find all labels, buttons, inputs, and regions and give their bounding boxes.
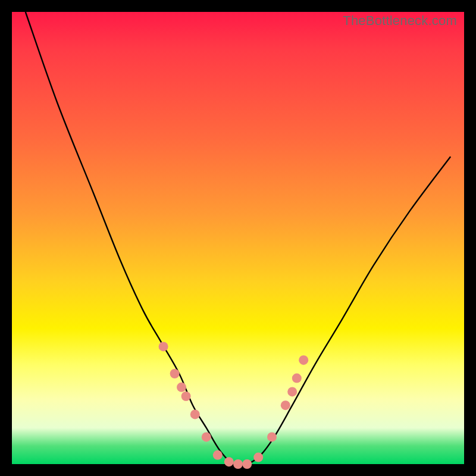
highlight-dot [202,432,211,441]
highlight-dot [292,374,302,383]
highlight-dot [224,457,234,466]
highlight-dot [299,355,308,365]
chart-frame: TheBottleneck.com [0,0,476,476]
highlight-dot [267,432,277,441]
highlight-dot [287,387,297,396]
highlight-dot [159,342,168,351]
highlight-dot [177,383,186,392]
plot-area: TheBottleneck.com [12,12,464,464]
highlight-dot [213,450,223,460]
highlight-dot [253,453,263,462]
highlight-dot [190,409,200,419]
highlight-dot [170,369,180,378]
curve-path [26,12,450,466]
highlight-dot [281,400,290,410]
highlight-dot [233,459,243,469]
highlight-dots [159,342,309,469]
highlight-dot [242,459,252,469]
bottleneck-curve [12,12,464,464]
highlight-dot [181,392,191,401]
